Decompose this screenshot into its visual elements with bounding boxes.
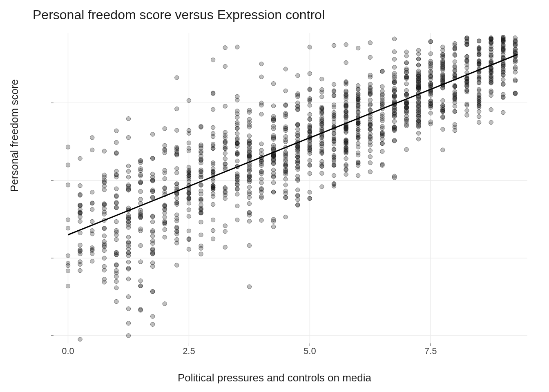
data-point xyxy=(356,153,360,157)
data-point xyxy=(489,120,493,125)
data-point xyxy=(78,337,82,341)
data-point xyxy=(211,185,215,189)
data-point xyxy=(271,161,275,165)
data-point xyxy=(163,186,167,190)
data-point xyxy=(187,141,191,145)
data-point xyxy=(308,158,312,163)
data-point xyxy=(308,196,312,200)
data-point xyxy=(332,115,336,119)
data-point xyxy=(368,155,372,159)
data-point xyxy=(404,109,408,114)
data-point xyxy=(151,132,155,136)
data-point xyxy=(235,183,239,187)
data-point xyxy=(66,145,70,149)
data-point xyxy=(392,80,396,85)
data-point xyxy=(380,163,384,167)
data-point xyxy=(380,137,384,141)
data-point xyxy=(283,134,288,138)
data-point xyxy=(332,135,336,139)
data-point xyxy=(453,60,457,64)
data-point xyxy=(296,107,300,111)
data-point xyxy=(501,78,505,82)
data-point xyxy=(187,149,191,153)
data-point xyxy=(308,88,312,92)
data-point xyxy=(441,148,445,152)
data-point xyxy=(138,197,143,201)
data-point xyxy=(308,112,312,116)
data-point xyxy=(78,243,82,247)
data-point xyxy=(320,117,324,121)
data-point xyxy=(126,241,130,245)
data-point xyxy=(453,53,457,57)
data-point xyxy=(392,119,396,123)
data-point xyxy=(477,61,481,65)
data-point xyxy=(259,151,263,156)
data-point xyxy=(235,122,239,127)
data-point xyxy=(151,250,155,254)
data-point xyxy=(320,141,324,145)
data-point xyxy=(368,143,372,147)
data-point xyxy=(187,214,191,218)
data-point xyxy=(126,277,130,281)
data-point xyxy=(199,233,203,237)
data-point xyxy=(259,218,263,222)
data-point xyxy=(151,234,155,238)
data-point xyxy=(392,174,396,178)
data-point xyxy=(211,161,215,165)
data-point xyxy=(380,130,384,134)
data-point xyxy=(175,145,179,149)
data-point xyxy=(344,143,348,147)
data-point xyxy=(235,115,239,119)
data-point xyxy=(211,131,215,136)
data-point xyxy=(332,94,336,98)
data-point xyxy=(126,169,130,174)
data-point xyxy=(380,85,384,89)
data-point xyxy=(175,167,179,171)
data-point xyxy=(368,137,372,141)
data-point xyxy=(489,55,493,59)
data-point xyxy=(417,52,421,56)
data-point xyxy=(368,114,372,118)
data-point xyxy=(151,156,155,160)
data-point xyxy=(175,76,179,80)
data-point xyxy=(344,104,348,108)
data-point xyxy=(102,234,106,238)
data-point xyxy=(151,175,155,179)
data-point xyxy=(453,89,457,94)
data-point xyxy=(332,131,336,135)
data-point xyxy=(247,134,251,138)
data-point xyxy=(223,46,227,50)
data-point xyxy=(102,226,106,230)
data-point xyxy=(126,321,130,325)
data-point xyxy=(211,202,215,206)
data-point xyxy=(126,260,130,264)
data-point xyxy=(453,109,457,114)
data-point xyxy=(175,229,179,234)
data-point xyxy=(199,197,203,201)
data-point xyxy=(90,259,94,263)
data-point xyxy=(151,314,155,318)
data-point xyxy=(235,175,239,179)
data-point xyxy=(489,77,493,81)
data-point xyxy=(114,200,118,205)
data-point xyxy=(404,122,408,126)
data-point xyxy=(114,251,118,255)
data-point xyxy=(271,124,275,128)
data-point xyxy=(126,334,130,338)
data-point xyxy=(392,65,396,69)
data-point xyxy=(211,107,215,111)
data-point xyxy=(380,117,384,121)
data-point xyxy=(320,122,324,126)
data-point xyxy=(320,105,324,109)
data-point xyxy=(356,145,360,149)
data-point xyxy=(465,54,469,58)
data-point xyxy=(78,268,82,272)
data-point xyxy=(235,131,239,136)
data-point xyxy=(163,215,167,219)
data-point xyxy=(489,69,493,74)
data-point xyxy=(175,200,179,205)
data-point xyxy=(138,243,143,247)
data-point xyxy=(247,155,251,159)
data-point xyxy=(199,252,203,256)
data-point xyxy=(114,151,118,155)
